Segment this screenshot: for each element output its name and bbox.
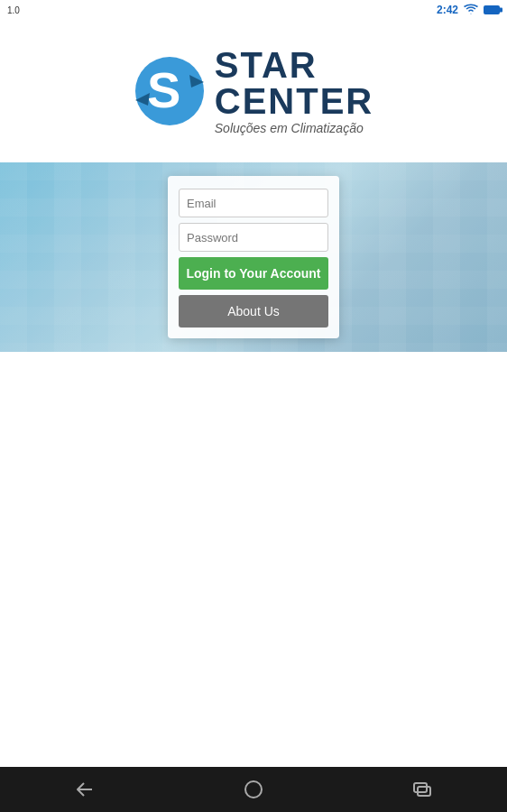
status-time: 2:42 [437, 4, 458, 16]
logo-area: S STAR CENTER Soluções em Climatização [0, 20, 507, 162]
banner-area: Login to Your Account About Us [0, 162, 507, 352]
home-circle-icon [244, 780, 263, 799]
battery-icon [484, 5, 500, 14]
status-bar-right: 2:42 [437, 4, 500, 17]
home-nav-button[interactable] [235, 771, 272, 807]
back-arrow-icon [75, 780, 95, 798]
logo-star-text: STAR [215, 47, 373, 83]
svg-text:S: S [147, 61, 180, 118]
email-input[interactable] [179, 189, 328, 217]
password-input[interactable] [179, 223, 328, 252]
nav-bar [0, 767, 507, 812]
recent-apps-icon [412, 780, 432, 799]
about-button[interactable]: About Us [179, 295, 328, 328]
logo-text-group: STAR CENTER Soluções em Climatização [215, 47, 373, 135]
logo-subtitle: Soluções em Climatização [215, 121, 364, 135]
logo-container: S STAR CENTER Soluções em Climatização [134, 47, 373, 135]
main-content: S STAR CENTER Soluções em Climatização L… [0, 20, 507, 767]
recent-nav-button[interactable] [404, 771, 440, 807]
wifi-icon [464, 4, 478, 17]
app-version: 1.0 [7, 5, 20, 15]
login-card: Login to Your Account About Us [168, 176, 339, 338]
brand-logo-icon: S [134, 55, 206, 127]
svg-point-5 [245, 781, 262, 798]
status-bar: 1.0 2:42 [0, 0, 507, 20]
login-button[interactable]: Login to Your Account [179, 257, 328, 290]
back-nav-button[interactable] [67, 771, 103, 807]
logo-center-text: CENTER [215, 83, 373, 119]
